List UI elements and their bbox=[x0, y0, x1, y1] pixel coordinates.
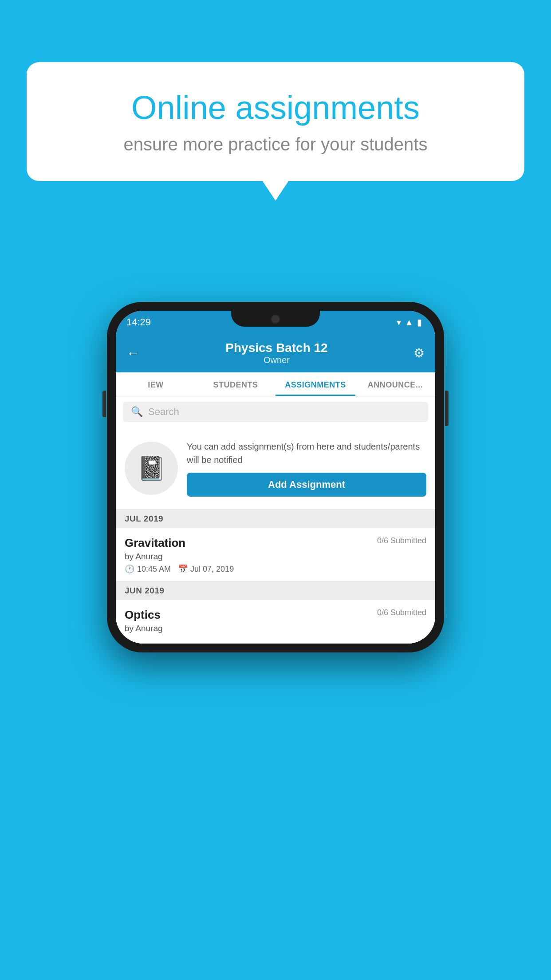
status-time: 14:29 bbox=[126, 316, 151, 328]
assignment-meta-gravitation: 🕐 10:45 AM 📅 Jul 07, 2019 bbox=[125, 564, 426, 574]
speech-bubble-subtitle: ensure more practice for your students bbox=[58, 134, 493, 154]
assignment-title-gravitation: Gravitation bbox=[125, 536, 185, 550]
status-icons: ▾ ▲ ▮ bbox=[397, 317, 422, 328]
tab-students[interactable]: STUDENTS bbox=[196, 372, 276, 396]
assignment-date-gravitation: 📅 Jul 07, 2019 bbox=[178, 564, 234, 574]
add-assignment-button[interactable]: Add Assignment bbox=[187, 473, 426, 497]
phone-screen: 14:29 ▾ ▲ ▮ ← Physics Batch 12 Owner ⚙ I… bbox=[116, 311, 435, 644]
assignment-title-optics: Optics bbox=[125, 608, 161, 622]
promo-text: You can add assignment(s) from here and … bbox=[187, 440, 426, 466]
phone-camera bbox=[271, 314, 280, 324]
header-title-group: Physics Batch 12 Owner bbox=[225, 341, 327, 365]
assignment-date-value: Jul 07, 2019 bbox=[190, 565, 234, 574]
tab-announcements[interactable]: ANNOUNCE... bbox=[355, 372, 435, 396]
section-jun-label: JUN 2019 bbox=[125, 586, 165, 595]
tab-assignments[interactable]: ASSIGNMENTS bbox=[276, 372, 355, 396]
wifi-icon: ▾ bbox=[397, 317, 401, 328]
back-button[interactable]: ← bbox=[126, 346, 140, 361]
assignment-by-gravitation: by Anurag bbox=[125, 552, 426, 561]
phone-frame: 14:29 ▾ ▲ ▮ ← Physics Batch 12 Owner ⚙ I… bbox=[107, 302, 444, 652]
app-header: ← Physics Batch 12 Owner ⚙ bbox=[116, 334, 435, 372]
tab-bar: IEW STUDENTS ASSIGNMENTS ANNOUNCE... bbox=[116, 372, 435, 396]
assignment-optics[interactable]: Optics 0/6 Submitted by Anurag bbox=[116, 600, 435, 644]
assignment-gravitation[interactable]: Gravitation 0/6 Submitted by Anurag 🕐 10… bbox=[116, 528, 435, 581]
tab-overview[interactable]: IEW bbox=[116, 372, 196, 396]
assignment-submitted-gravitation: 0/6 Submitted bbox=[377, 536, 426, 545]
header-title: Physics Batch 12 bbox=[225, 341, 327, 355]
assignment-submitted-optics: 0/6 Submitted bbox=[377, 608, 426, 617]
promo-section: 📓 You can add assignment(s) from here an… bbox=[116, 427, 435, 510]
search-input[interactable]: Search bbox=[148, 406, 179, 418]
promo-right: You can add assignment(s) from here and … bbox=[187, 440, 426, 497]
assignment-by-optics: by Anurag bbox=[125, 624, 426, 633]
speech-bubble-container: Online assignments ensure more practice … bbox=[27, 62, 524, 181]
speech-bubble-title: Online assignments bbox=[58, 89, 493, 126]
phone-container: 14:29 ▾ ▲ ▮ ← Physics Batch 12 Owner ⚙ I… bbox=[107, 302, 444, 652]
signal-icon: ▲ bbox=[405, 317, 413, 328]
side-button-right bbox=[445, 391, 449, 426]
search-container: 🔍 Search bbox=[116, 396, 435, 427]
clock-icon: 🕐 bbox=[125, 564, 134, 574]
assignment-optics-row1: Optics 0/6 Submitted bbox=[125, 608, 426, 622]
header-subtitle: Owner bbox=[225, 355, 327, 365]
section-jul-2019: JUL 2019 bbox=[116, 510, 435, 528]
assignment-time-gravitation: 🕐 10:45 AM bbox=[125, 564, 171, 574]
side-button-left bbox=[102, 391, 106, 417]
assignment-icon: 📓 bbox=[137, 455, 166, 482]
battery-icon: ▮ bbox=[417, 317, 422, 328]
promo-icon-circle: 📓 bbox=[125, 442, 178, 495]
settings-icon[interactable]: ⚙ bbox=[413, 346, 425, 360]
search-icon: 🔍 bbox=[131, 406, 143, 418]
search-bar[interactable]: 🔍 Search bbox=[123, 402, 428, 422]
calendar-icon: 📅 bbox=[178, 564, 188, 574]
assignment-row1: Gravitation 0/6 Submitted bbox=[125, 536, 426, 550]
section-jun-2019: JUN 2019 bbox=[116, 581, 435, 600]
section-jul-label: JUL 2019 bbox=[125, 514, 163, 523]
speech-bubble: Online assignments ensure more practice … bbox=[27, 62, 524, 181]
assignment-time-value: 10:45 AM bbox=[137, 565, 171, 574]
